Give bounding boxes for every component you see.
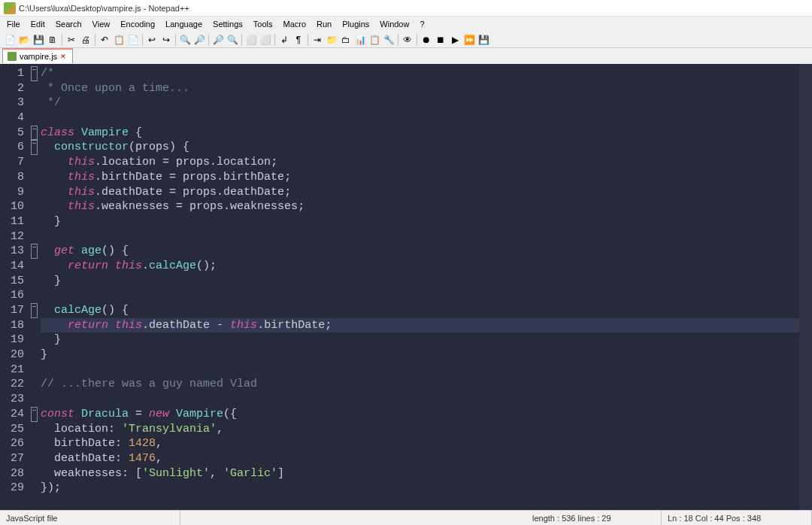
code-line[interactable]: // ...there was a guy named Vlad	[41, 377, 799, 392]
toolbar-separator	[417, 34, 417, 46]
undo-icon[interactable]: ↶	[98, 33, 111, 47]
copy-icon[interactable]: 📋	[112, 33, 126, 47]
code-line[interactable]: }	[41, 332, 799, 347]
save-all-icon[interactable]: 🗎	[46, 33, 59, 47]
code-line[interactable]: location: 'Transylvania',	[41, 422, 799, 437]
toolbar-separator	[308, 34, 308, 46]
menu-settings[interactable]: Settings	[208, 18, 248, 30]
code-line[interactable]: this.deathDate = props.deathDate;	[41, 185, 799, 200]
fold-toggle[interactable]	[31, 66, 38, 81]
tab-vampire-js[interactable]: vampire.js ✕	[2, 48, 73, 63]
app-icon	[4, 2, 16, 14]
menu-run[interactable]: Run	[311, 18, 337, 30]
menu-plugins[interactable]: Plugins	[337, 18, 374, 30]
fold-cell	[29, 436, 39, 451]
menu-edit[interactable]: Edit	[26, 18, 50, 30]
code-area[interactable]: /* * Once upon a time... */class Vampire…	[39, 64, 799, 510]
fold-cell	[29, 229, 39, 244]
fold-cell	[29, 318, 39, 333]
save-icon[interactable]: 💾	[32, 33, 45, 47]
code-line[interactable]: this.birthDate = props.birthDate;	[41, 170, 799, 185]
new-file-icon[interactable]: 📄	[3, 33, 17, 47]
doc-map-icon[interactable]: 📊	[353, 33, 367, 47]
menu-bar: FileEditSearchViewEncodingLanguageSettin…	[0, 17, 812, 32]
code-line[interactable]: birthDate: 1428,	[41, 436, 799, 451]
menu-macro[interactable]: Macro	[277, 18, 311, 30]
code-line[interactable]	[41, 229, 799, 244]
fold-toggle[interactable]	[31, 140, 38, 155]
zoom-out-icon[interactable]: 🔍	[226, 33, 239, 47]
fold-toggle[interactable]	[31, 407, 38, 422]
code-line[interactable]: get age() {	[41, 244, 799, 259]
close-icon[interactable]: ✕	[60, 53, 68, 60]
code-line[interactable]	[41, 288, 799, 303]
fold-cell	[29, 244, 39, 259]
folder-icon[interactable]: 📁	[325, 33, 338, 47]
line-number: 9	[0, 185, 24, 200]
menu-encoding[interactable]: Encoding	[115, 18, 160, 30]
code-line[interactable]: calcAge() {	[41, 303, 799, 318]
workspace-icon[interactable]: 🗀	[339, 33, 353, 47]
line-number: 20	[0, 347, 24, 363]
wrap-icon[interactable]: ↲	[277, 33, 291, 47]
code-line[interactable]: weaknesses: ['Sunlight', 'Garlic']	[41, 466, 799, 481]
vertical-scrollbar[interactable]	[799, 64, 812, 510]
show-all-icon[interactable]: ¶	[292, 33, 305, 47]
save-macro-icon[interactable]: 💾	[477, 33, 490, 47]
monitor-icon[interactable]: 👁	[401, 33, 414, 47]
menu-language[interactable]: Language	[160, 18, 208, 30]
play-multi-icon[interactable]: ⏩	[462, 33, 476, 47]
open-file-icon[interactable]: 📂	[17, 33, 31, 47]
code-line[interactable]: constructor(props) {	[41, 140, 799, 155]
code-line[interactable]: }	[41, 214, 799, 229]
code-line[interactable]	[41, 111, 799, 126]
code-line[interactable]	[41, 392, 799, 407]
code-line[interactable]: class Vampire {	[41, 126, 799, 141]
sync-h-icon[interactable]: ⬜	[259, 33, 272, 47]
code-line[interactable]: });	[41, 481, 799, 496]
play-icon[interactable]: ▶	[448, 33, 462, 47]
cut-icon[interactable]: ✂	[65, 33, 78, 47]
zoom-in-icon[interactable]: 🔎	[211, 33, 225, 47]
menu-window[interactable]: Window	[374, 18, 414, 30]
menu-search[interactable]: Search	[50, 18, 87, 30]
code-line[interactable]: /*	[41, 66, 799, 81]
menu-file[interactable]: File	[2, 18, 26, 30]
code-line[interactable]: return this.deathDate - this.birthDate;	[41, 318, 799, 333]
redo-icon[interactable]: ↪	[159, 33, 173, 47]
fold-toggle[interactable]	[31, 126, 38, 141]
code-line[interactable]: }	[41, 347, 799, 363]
fold-toggle[interactable]	[31, 244, 38, 259]
menu-tools[interactable]: Tools	[248, 18, 278, 30]
code-line[interactable]: this.location = props.location;	[41, 155, 799, 170]
doc-list-icon[interactable]: 📋	[368, 33, 381, 47]
code-line[interactable]: const Dracula = new Vampire({	[41, 407, 799, 422]
editor[interactable]: 1234567891011121314151617181920212223242…	[0, 64, 812, 510]
function-list-icon[interactable]: 🔧	[382, 33, 395, 47]
fold-cell	[29, 274, 39, 289]
paste-icon[interactable]: 📄	[126, 33, 140, 47]
code-line[interactable]: */	[41, 96, 799, 111]
fold-toggle[interactable]	[31, 303, 38, 318]
sync-v-icon[interactable]: ⬜	[244, 33, 258, 47]
menu-?[interactable]: ?	[414, 18, 429, 30]
stop-icon[interactable]: ⏹	[434, 33, 447, 47]
code-line[interactable]: * Once upon a time...	[41, 81, 799, 96]
print-icon[interactable]: 🖨	[79, 33, 92, 47]
code-line[interactable]: return this.calcAge();	[41, 259, 799, 274]
find-icon[interactable]: 🔍	[178, 33, 192, 47]
indent-icon[interactable]: ⇥	[311, 33, 324, 47]
menu-view[interactable]: View	[87, 18, 116, 30]
code-line[interactable]	[41, 363, 799, 378]
line-number: 16	[0, 288, 24, 303]
code-line[interactable]: this.weaknesses = props.weaknesses;	[41, 199, 799, 214]
replace-icon[interactable]: 🔎	[192, 33, 206, 47]
code-line[interactable]: }	[41, 274, 799, 289]
fold-cell	[29, 288, 39, 303]
line-number: 18	[0, 318, 24, 333]
toolbar-separator	[62, 34, 62, 46]
code-line[interactable]: deathDate: 1476,	[41, 451, 799, 466]
fold-cell	[29, 111, 39, 126]
undo2-icon[interactable]: ↩	[145, 33, 159, 47]
record-icon[interactable]: ⏺	[420, 33, 433, 47]
